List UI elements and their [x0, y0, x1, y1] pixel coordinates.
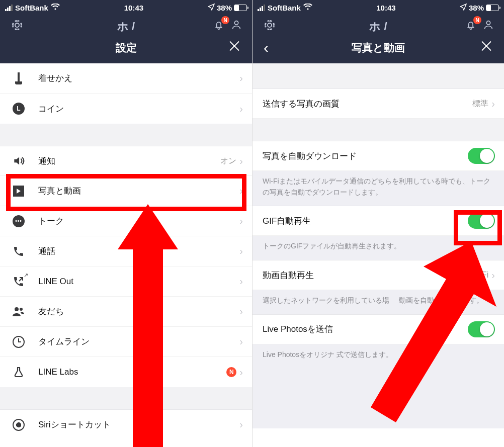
row-friends[interactable]: 友だち › — [0, 297, 252, 327]
person-icon[interactable] — [231, 19, 242, 33]
section-gap — [253, 119, 504, 141]
row-auto-download[interactable]: 写真を自動ダウンロード — [253, 141, 504, 171]
row-labs[interactable]: LINE Labs N › — [0, 357, 252, 387]
siri-icon — [11, 417, 26, 432]
phone-icon — [11, 244, 26, 259]
chat-icon — [11, 214, 26, 229]
nav-header: ‹ 写真と動画 — [253, 32, 504, 63]
chevron-right-icon: › — [239, 185, 243, 197]
wifi-icon — [303, 4, 312, 12]
flask-icon — [11, 365, 26, 380]
row-label: 送信する写真の画質 — [263, 98, 472, 110]
row-label: LINE Labs — [38, 367, 226, 377]
close-icon[interactable] — [228, 40, 241, 56]
row-label: 通知 — [38, 155, 220, 167]
coin-icon: L — [11, 101, 26, 116]
chevron-right-icon: › — [239, 155, 243, 167]
row-line-out[interactable]: LINE Out › — [0, 266, 252, 297]
status-time: 10:43 — [124, 4, 143, 12]
person-icon[interactable] — [483, 19, 494, 33]
brush-icon — [11, 71, 26, 86]
row-label: LINE Out — [38, 277, 239, 287]
signal-icon — [5, 5, 13, 11]
row-description: 選択したネットワークを利用している場 動画を自動で再生します。 — [253, 290, 504, 314]
bell-icon[interactable]: N — [465, 19, 476, 33]
back-icon[interactable]: ‹ — [264, 39, 269, 56]
chevron-right-icon: › — [239, 419, 243, 430]
close-icon[interactable] — [480, 40, 493, 56]
row-label: タイムライン — [38, 336, 239, 347]
row-notifications[interactable]: 通知 オン › — [0, 146, 252, 176]
location-icon — [460, 4, 467, 12]
row-photo-video[interactable]: 写真と動画 › — [0, 176, 252, 206]
nav-title: 設定 — [116, 41, 137, 55]
notif-badge: N — [221, 16, 229, 24]
bell-icon[interactable]: N — [213, 19, 224, 33]
row-live-photos[interactable]: Live Photosを送信 — [253, 314, 504, 344]
row-gif-autoplay[interactable]: GIF自動再生 — [253, 206, 504, 236]
toggle-gif-autoplay[interactable] — [468, 213, 495, 229]
row-label: 動画自動再生 — [263, 270, 462, 281]
nav-title: 写真と動画 — [352, 41, 405, 55]
battery-pct: 38% — [469, 4, 484, 12]
row-label: トーク — [38, 215, 239, 227]
row-value: オン — [220, 156, 236, 166]
settings-list: 着せかえ › L コイン › 通知 オン › 写真と動画 › トーク › — [0, 63, 252, 439]
chevron-right-icon: › — [239, 103, 243, 115]
location-icon — [208, 4, 215, 12]
row-description: トークのGIFファイルが自動再生されます。 — [253, 236, 504, 260]
row-theme[interactable]: 着せかえ › — [0, 63, 252, 94]
notif-badge: N — [473, 16, 481, 24]
row-description: Live Photosをオリジナ 式で送信します。 — [253, 344, 504, 369]
row-value: 標準 — [472, 99, 488, 109]
row-description: Wi-Fiまたはモバイルデータ通信のどちらを利用している時でも、トークの写真を自… — [253, 171, 504, 206]
app-topbar: ホ / N — [253, 15, 504, 32]
carrier-label: SoftBank — [15, 4, 48, 12]
row-label: 写真を自動ダウンロード — [263, 150, 468, 162]
nav-header: 設定 — [0, 32, 252, 63]
row-coin[interactable]: L コイン › — [0, 94, 252, 124]
chevron-right-icon: › — [239, 245, 243, 257]
chevron-right-icon: › — [239, 276, 243, 287]
row-siri[interactable]: Siriショートカット › — [0, 409, 252, 439]
row-talk[interactable]: トーク › — [0, 206, 252, 236]
row-timeline[interactable]: タイムライン › — [0, 327, 252, 357]
row-label: Siriショートカット — [38, 419, 239, 430]
chevron-right-icon: › — [239, 72, 243, 84]
status-bar: SoftBank 10:43 38% — [253, 0, 504, 15]
play-square-icon — [11, 184, 26, 199]
row-video-autoplay[interactable]: 動画自動再生 とWi-Fi › — [253, 260, 504, 290]
toggle-live-photos[interactable] — [468, 321, 495, 337]
chevron-right-icon: › — [239, 367, 243, 378]
chevron-right-icon: › — [239, 306, 243, 317]
carrier-label: SoftBank — [268, 4, 301, 12]
wifi-icon — [51, 4, 60, 12]
section-gap — [0, 124, 252, 146]
row-label: GIF自動再生 — [263, 215, 468, 227]
clock-icon — [11, 334, 26, 349]
battery-icon — [486, 5, 499, 11]
row-value: とWi-Fi — [462, 270, 488, 281]
new-badge: N — [226, 367, 236, 377]
left-phone: SoftBank 10:43 38% ホ / N 設定 — [0, 0, 252, 447]
row-label: コイン — [38, 103, 239, 115]
section-gap — [253, 63, 504, 88]
row-photo-quality[interactable]: 送信する写真の画質 標準 › — [253, 88, 504, 119]
row-label: Live Photosを送信 — [263, 323, 468, 335]
status-bar: SoftBank 10:43 38% — [0, 0, 252, 15]
phone-out-icon — [11, 274, 26, 289]
row-label: 通話 — [38, 245, 239, 257]
app-topbar: ホ / N — [0, 15, 252, 32]
signal-icon — [258, 5, 265, 11]
right-phone: SoftBank 10:43 38% ホ / N ‹ 写真と動画 — [252, 0, 504, 447]
chevron-right-icon: › — [491, 270, 495, 281]
row-call[interactable]: 通話 › — [0, 236, 252, 266]
section-gap — [0, 387, 252, 409]
toggle-auto-download[interactable] — [468, 148, 495, 164]
battery-icon — [234, 5, 247, 11]
chevron-right-icon: › — [239, 336, 243, 347]
speaker-icon — [11, 153, 26, 168]
row-label: 着せかえ — [38, 72, 239, 84]
chevron-right-icon: › — [491, 98, 495, 110]
chevron-right-icon: › — [239, 215, 243, 227]
